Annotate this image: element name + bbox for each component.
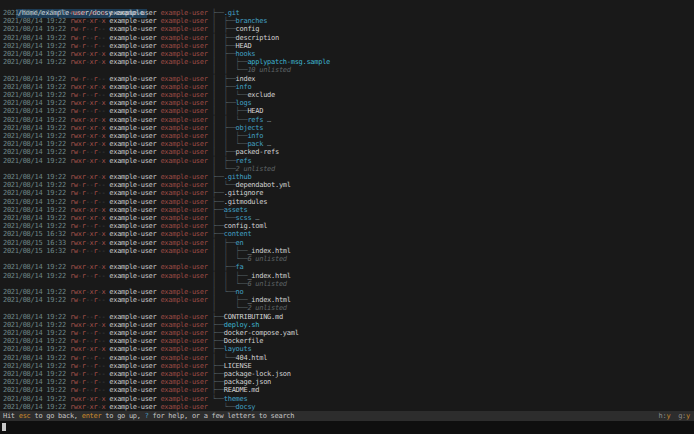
status-bar: Hit esc to go back, enter to go up, ? fo… [0,411,694,421]
tree-row[interactable]: 2021/08/14 19:22 rwxr-xr-x example-user … [0,206,694,214]
tree-row[interactable]: 2021/08/14 19:22 rwxr-xr-x example-user … [0,140,694,148]
file-name: │ ├──hooks [212,50,255,58]
tree-row[interactable]: 2021/08/14 19:22 rw-r--r-- example-user … [0,386,694,394]
tree-row[interactable]: 2021/08/14 19:22 rw-r--r-- example-user … [0,198,694,206]
file-name: ├──layouts [212,345,251,353]
file-name: ├──assets [212,206,247,214]
tree-row[interactable]: 2021/08/14 19:22 rwxr-xr-x example-user … [0,157,694,165]
unlisted-count: │ └──2 unlisted [212,304,287,312]
tree-row[interactable]: 2021/08/14 19:22 rwxr-xr-x example-user … [0,58,694,66]
tree-row[interactable]: 2021/08/14 19:22 rw-r--r-- example-user … [0,378,694,386]
tree-row[interactable]: 2021/08/14 19:22 rwxr-xr-x example-user … [0,50,694,58]
file-meta: 2021/08/14 19:22 rw-r--r-- example-user … [3,337,208,345]
tree-row[interactable]: 2021/08/14 19:22 rwxr-xr-x example-user … [0,124,694,132]
file-name: ├──package-lock.json [212,370,291,378]
tree-row[interactable]: 2021/08/14 19:22 rw-r--r-- example-user … [0,34,694,42]
tree-row[interactable]: 2021/08/14 19:22 rw-r--r-- example-user … [0,362,694,370]
tree-row[interactable]: 2021/08/14 19:22 rw-r--r-- example-user … [0,91,694,99]
tree-row[interactable]: 2021/08/14 19:22 rwxr-xr-x example-user … [0,214,694,222]
file-meta: 2021/08/14 19:22 rwxr-xr-x example-user … [3,263,208,271]
file-meta: 2021/08/14 19:22 rw-r--r-- example-user … [3,378,208,386]
tree-row[interactable]: 2021/08/14 19:22 rw-r--r-- example-user … [0,189,694,197]
file-name: │ │ └──exclude [212,91,275,99]
file-name: └──docsy [212,403,255,411]
tree-row[interactable]: 2021/08/14 19:22 rw-r--r-- example-user … [0,181,694,189]
tree-row[interactable]: 2021/08/14 19:22 rw-r--r-- example-user … [0,370,694,378]
broot-terminal: /home/example-user/docsy-example 2021/08… [0,0,694,434]
tree-row[interactable]: 2021/08/14 19:22 rw-r--r-- example-user … [0,354,694,362]
tree-row[interactable]: 2021/08/14 19:22 rw-r--r-- example-user … [0,329,694,337]
file-meta: 2021/08/14 19:22 rw-r--r-- example-user … [3,189,208,197]
tree-row[interactable]: 2021/08/14 19:22 rw-r--r-- example-user … [0,107,694,115]
file-meta: 2021/08/14 19:22 rwxr-xr-x example-user … [3,345,208,353]
file-meta: 2021/08/14 19:22 rwxr-xr-x example-user … [3,206,208,214]
file-meta: 2021/08/14 19:22 rwxr-xr-x example-user … [3,50,208,58]
file-name: ├──.git [212,9,240,17]
tree-row[interactable]: │ └──2 unlisted [0,304,694,312]
file-name: │ │ ├──HEAD [212,107,263,115]
file-meta: 2021/08/14 19:22 rw-r--r-- example-user … [3,25,208,33]
tree-row[interactable]: 2021/08/14 19:22 rwxr-xr-x example-user … [0,116,694,124]
file-name: ├──.gitmodules [212,198,267,206]
file-meta: 2021/08/14 19:22 rw-r--r-- example-user … [3,107,208,115]
file-meta: 2021/08/14 19:22 rw-r--r-- example-user … [3,370,208,378]
file-name: ├──deploy.sh [212,321,259,329]
tree-row[interactable]: 2021/08/14 19:22 rw-r--r-- example-user … [0,222,694,230]
tree-row[interactable]: 2021/08/14 19:22 rw-r--r-- example-user … [0,42,694,50]
tree-row[interactable]: │ │ └──6 unlisted [0,280,694,288]
tree-row[interactable]: 2021/08/14 19:22 rw-r--r-- example-user … [0,75,694,83]
file-meta: 2021/08/14 19:22 rwxr-xr-x example-user … [3,9,208,17]
tree-row[interactable]: 2021/08/14 19:22 rwxr-xr-x example-user … [0,173,694,181]
tree-row[interactable]: 2021/08/14 19:22 rwxr-xr-x example-user … [0,99,694,107]
tree-row[interactable]: 2021/08/14 19:22 rw-r--r-- example-user … [0,272,694,280]
tree-row[interactable]: 2021/08/14 19:22 rwxr-xr-x example-user … [0,345,694,353]
file-meta: 2021/08/14 19:22 rw-r--r-- example-user … [3,354,208,362]
tree-row[interactable]: 2021/08/14 19:22 rwxr-xr-x example-user … [0,83,694,91]
tree-row[interactable]: 2021/08/14 19:22 rw-r--r-- example-user … [0,296,694,304]
file-name: │ ├──description [212,34,279,42]
tree-row[interactable]: 2021/08/14 19:22 rwxr-xr-x example-user … [0,395,694,403]
tree-row[interactable]: 2021/08/14 19:22 rw-r--r-- example-user … [0,313,694,321]
file-meta: 2021/08/15 16:33 rwxr-xr-x example-user … [3,239,208,247]
tree-row[interactable]: 2021/08/14 19:22 rwxr-xr-x example-user … [0,321,694,329]
file-meta: 2021/08/14 19:22 rw-r--r-- example-user … [3,181,208,189]
file-meta: 2021/08/14 19:22 rwxr-xr-x example-user … [3,132,208,140]
tree-row[interactable]: 2021/08/14 19:22 rw-r--r-- example-user … [0,25,694,33]
file-meta: 2021/08/14 19:22 rwxr-xr-x example-user … [3,17,208,25]
tree-row[interactable]: 2021/08/14 19:22 rw-r--r-- example-user … [0,337,694,345]
file-meta: 2021/08/14 19:22 rw-r--r-- example-user … [3,272,208,280]
tree-row[interactable]: 2021/08/14 19:22 rwxr-xr-x example-user … [0,403,694,411]
file-name: │ └──404.html [212,354,267,362]
file-meta: 2021/08/14 19:22 rwxr-xr-x example-user … [3,116,208,124]
file-meta: 2021/08/14 19:22 rw-r--r-- example-user … [3,75,208,83]
file-name: │ ├──packed-refs [212,148,279,156]
tree-row[interactable]: 2021/08/14 19:22 rw-r--r-- example-user … [0,148,694,156]
file-name: ├──docker-compose.yaml [212,329,299,337]
search-input[interactable] [0,421,694,434]
file-tree[interactable]: 2021/08/14 19:22 rwxr-xr-x example-user … [0,9,694,411]
tree-row[interactable]: 2021/08/15 16:33 rwxr-xr-x example-user … [0,239,694,247]
tree-row[interactable]: 2021/08/15 16:32 rw-r--r-- example-user … [0,247,694,255]
file-name: │ ├──objects [212,124,263,132]
file-meta: 2021/08/14 19:22 rw-r--r-- example-user … [3,386,208,394]
file-meta: 2021/08/14 19:22 rwxr-xr-x example-user … [3,214,208,222]
tree-row[interactable]: 2021/08/14 19:22 rwxr-xr-x example-user … [0,288,694,296]
file-meta: 2021/08/14 19:22 rwxr-xr-x example-user … [3,99,208,107]
tree-row[interactable]: 2021/08/14 19:22 rwxr-xr-x example-user … [0,9,694,17]
tree-row[interactable]: 2021/08/14 19:22 rwxr-xr-x example-user … [0,132,694,140]
tree-row[interactable]: 2021/08/14 19:22 rwxr-xr-x example-user … [0,17,694,25]
tree-row[interactable]: │ │ └──10 unlisted [0,66,694,74]
file-name: │ ├──HEAD [212,42,251,50]
file-name: ├──content [212,230,251,238]
file-meta: 2021/08/14 19:22 rw-r--r-- example-user … [3,362,208,370]
file-meta: 2021/08/14 19:22 rwxr-xr-x example-user … [3,173,208,181]
file-meta: 2021/08/15 16:32 rwxr-xr-x example-user … [3,230,208,238]
file-meta: 2021/08/14 19:22 rwxr-xr-x example-user … [3,124,208,132]
tree-row[interactable]: │ │ └──6 unlisted [0,255,694,263]
tree-row[interactable]: 2021/08/15 16:32 rwxr-xr-x example-user … [0,230,694,238]
tree-row[interactable]: 2021/08/14 19:22 rwxr-xr-x example-user … [0,263,694,271]
file-name: ├──README.md [212,386,259,394]
text-cursor [2,423,6,431]
tree-row[interactable]: │ └──2 unlisted [0,165,694,173]
file-meta: 2021/08/15 16:32 rw-r--r-- example-user … [3,247,208,255]
